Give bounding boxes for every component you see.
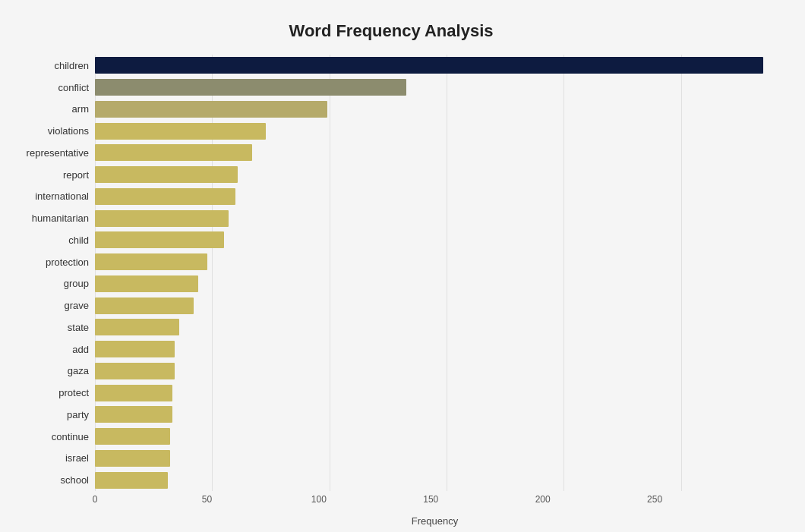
y-label: conflict bbox=[8, 77, 95, 99]
bar bbox=[95, 385, 172, 401]
bar bbox=[95, 123, 266, 140]
bar bbox=[95, 253, 207, 270]
bar bbox=[95, 57, 763, 74]
bar-row bbox=[95, 55, 775, 77]
chart-container: Word Frequency Analysis childrenconflict… bbox=[0, 0, 805, 532]
bar-row bbox=[95, 338, 775, 360]
bar bbox=[95, 210, 229, 227]
y-label: humanitarian bbox=[8, 207, 95, 229]
bar bbox=[95, 231, 224, 248]
x-axis-title: Frequency bbox=[95, 515, 775, 527]
y-label: continue bbox=[8, 426, 95, 448]
y-label: protect bbox=[8, 382, 95, 404]
y-label: arm bbox=[8, 99, 95, 121]
y-label: child bbox=[8, 229, 95, 251]
y-label: school bbox=[8, 469, 95, 491]
y-label: group bbox=[8, 273, 95, 295]
x-tick-label: 0 bbox=[93, 494, 98, 505]
bar bbox=[95, 101, 327, 118]
x-tick-label: 250 bbox=[647, 494, 662, 505]
bar-row bbox=[95, 164, 775, 186]
x-tick-label: 50 bbox=[202, 494, 212, 505]
y-label: gaza bbox=[8, 360, 95, 382]
bar-row bbox=[95, 448, 775, 470]
bar-row bbox=[95, 186, 775, 208]
bar bbox=[95, 275, 198, 292]
bar-row bbox=[95, 142, 775, 164]
y-label: state bbox=[8, 316, 95, 338]
y-label: grave bbox=[8, 294, 95, 316]
bar-row bbox=[95, 229, 775, 251]
chart-title: Word Frequency Analysis bbox=[8, 15, 775, 41]
bar-row bbox=[95, 316, 775, 338]
x-tick-label: 150 bbox=[423, 494, 438, 505]
chart-area: childrenconflictarmviolationsrepresentat… bbox=[8, 55, 775, 491]
bar bbox=[95, 144, 252, 161]
bar bbox=[95, 428, 170, 445]
x-labels-row: 050100150200250 bbox=[95, 491, 744, 514]
y-labels: childrenconflictarmviolationsrepresentat… bbox=[8, 55, 95, 491]
bar-row bbox=[95, 251, 775, 273]
bar-row bbox=[95, 426, 775, 448]
bar bbox=[95, 188, 235, 205]
bars-and-grid bbox=[95, 55, 775, 491]
bar bbox=[95, 450, 170, 467]
bar-row bbox=[95, 207, 775, 229]
bar-row bbox=[95, 120, 775, 142]
y-label: international bbox=[8, 186, 95, 208]
y-label: children bbox=[8, 55, 95, 77]
y-label: add bbox=[8, 338, 95, 360]
bar bbox=[95, 363, 175, 379]
y-label: israel bbox=[8, 448, 95, 470]
bar-row bbox=[95, 273, 775, 295]
bar bbox=[95, 319, 179, 335]
bar-row bbox=[95, 99, 775, 121]
x-tick-label: 100 bbox=[311, 494, 327, 505]
y-label: party bbox=[8, 404, 95, 426]
y-label: representative bbox=[8, 142, 95, 164]
bar bbox=[95, 166, 238, 183]
bar-row bbox=[95, 404, 775, 426]
bar bbox=[95, 472, 168, 489]
bar-row bbox=[95, 360, 775, 382]
y-label: report bbox=[8, 164, 95, 186]
y-label: violations bbox=[8, 120, 95, 142]
bar bbox=[95, 406, 172, 423]
y-label: protection bbox=[8, 251, 95, 273]
bar bbox=[95, 341, 175, 357]
bar-row bbox=[95, 77, 775, 99]
bar-row bbox=[95, 382, 775, 404]
bar-row bbox=[95, 294, 775, 316]
bar bbox=[95, 297, 194, 314]
bar bbox=[95, 79, 406, 96]
bar-row bbox=[95, 469, 775, 491]
x-tick-label: 200 bbox=[535, 494, 551, 505]
